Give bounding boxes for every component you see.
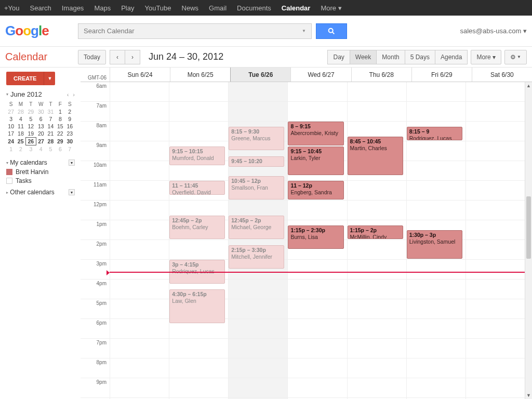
nav-calendar[interactable]: Calendar xyxy=(282,4,311,12)
time-cell[interactable] xyxy=(347,299,406,318)
scrollbar[interactable]: ▲ ▼ xyxy=(525,82,532,399)
my-calendars-header[interactable]: ▾ My calendars▾ xyxy=(6,159,75,166)
time-cell[interactable] xyxy=(287,201,347,220)
time-cell[interactable] xyxy=(406,280,466,299)
event[interactable]: 2:15p – 3:30pMitchell, Jennifer xyxy=(229,245,284,269)
mini-day[interactable]: 21 xyxy=(46,130,55,138)
time-cell[interactable] xyxy=(228,102,287,121)
mini-day[interactable]: 8 xyxy=(56,115,65,123)
mini-day[interactable]: 6 xyxy=(56,145,65,153)
time-cell[interactable] xyxy=(466,240,525,259)
time-cell[interactable] xyxy=(466,260,525,279)
time-cell[interactable] xyxy=(228,280,287,299)
time-cell[interactable] xyxy=(466,358,525,378)
mini-day[interactable]: 23 xyxy=(65,130,74,138)
time-cell[interactable] xyxy=(466,141,525,161)
time-cell[interactable] xyxy=(169,102,228,121)
mini-day[interactable]: 25 xyxy=(16,138,25,145)
day-header[interactable]: Wed 6/27 xyxy=(290,68,351,82)
mini-day[interactable]: 29 xyxy=(56,138,65,145)
event[interactable]: 8 – 9:15Abercrombie, Kristy xyxy=(288,122,343,145)
time-cell[interactable] xyxy=(406,319,466,338)
time-cell[interactable] xyxy=(466,82,525,101)
mini-day[interactable]: 4 xyxy=(16,115,25,123)
view-week[interactable]: Week xyxy=(350,50,377,64)
time-cell[interactable] xyxy=(287,319,347,338)
time-cell[interactable] xyxy=(287,299,347,318)
mini-day[interactable]: 26 xyxy=(25,138,36,145)
mini-day[interactable]: 30 xyxy=(65,138,74,145)
time-cell[interactable] xyxy=(347,280,406,299)
time-cell[interactable] xyxy=(406,260,466,279)
time-cell[interactable] xyxy=(287,102,347,121)
event[interactable]: 1:30p – 3pLivingston, Samuel xyxy=(407,230,462,259)
time-cell[interactable] xyxy=(466,319,525,338)
time-cell[interactable] xyxy=(169,339,228,358)
time-cell[interactable] xyxy=(406,181,466,200)
mini-day[interactable]: 4 xyxy=(36,145,46,153)
mini-day[interactable]: 9 xyxy=(65,115,74,123)
time-cell[interactable] xyxy=(110,299,169,318)
view-5days[interactable]: 5 Days xyxy=(405,50,435,64)
nav-maps[interactable]: Maps xyxy=(94,4,111,12)
time-cell[interactable] xyxy=(287,82,347,101)
time-cell[interactable] xyxy=(466,339,525,358)
time-cell[interactable] xyxy=(228,358,287,378)
time-cell[interactable] xyxy=(110,358,169,378)
more-menu[interactable]: More ▾ xyxy=(471,50,501,64)
event[interactable]: 9:15 – 10:45Larkin, Tyler xyxy=(288,147,343,175)
mini-day[interactable]: 2 xyxy=(65,108,74,115)
time-cell[interactable] xyxy=(110,82,169,101)
event[interactable]: 8:45 – 10:45Martin, Charles xyxy=(348,137,403,175)
nav-images[interactable]: Images xyxy=(62,4,84,12)
gear-icon[interactable]: ⚙▼ xyxy=(504,50,527,64)
view-agenda[interactable]: Agenda xyxy=(435,50,468,64)
mini-day[interactable]: 29 xyxy=(25,108,36,115)
mini-day[interactable]: 3 xyxy=(6,115,16,123)
prev-week-button[interactable]: ‹ xyxy=(110,50,125,64)
time-cell[interactable] xyxy=(466,122,525,141)
nav-gmail[interactable]: Gmail xyxy=(209,4,227,12)
nav-you[interactable]: +You xyxy=(4,4,20,12)
mini-day[interactable]: 16 xyxy=(65,123,74,130)
time-cell[interactable] xyxy=(110,220,169,240)
time-cell[interactable] xyxy=(169,378,228,397)
day-header[interactable]: Mon 6/25 xyxy=(170,68,230,82)
my-calendars-menu-icon[interactable]: ▾ xyxy=(69,159,75,166)
calendar-item[interactable]: Brett Harvin xyxy=(6,168,75,176)
time-cell[interactable] xyxy=(110,378,169,397)
event[interactable]: 12:45p – 2pMichael, George xyxy=(229,216,284,240)
time-cell[interactable] xyxy=(466,102,525,121)
time-cell[interactable] xyxy=(466,299,525,318)
scroll-up-icon[interactable]: ▲ xyxy=(525,82,532,89)
mini-day[interactable]: 19 xyxy=(25,130,36,138)
view-month[interactable]: Month xyxy=(376,50,405,64)
mini-day[interactable]: 28 xyxy=(16,108,25,115)
time-cell[interactable] xyxy=(228,299,287,318)
mini-day[interactable]: 31 xyxy=(46,108,55,115)
day-header[interactable]: Thu 6/28 xyxy=(351,68,411,82)
mini-day[interactable]: 2 xyxy=(16,145,25,153)
mini-day[interactable]: 7 xyxy=(65,145,74,153)
time-cell[interactable] xyxy=(169,358,228,378)
event[interactable]: 4:30p – 6:15pLaw, Glen xyxy=(169,289,225,323)
day-header[interactable]: Tue 6/26 xyxy=(230,68,290,82)
time-cell[interactable] xyxy=(466,220,525,240)
mini-day[interactable]: 30 xyxy=(36,108,46,115)
mini-month-label[interactable]: June 2012 xyxy=(10,90,42,98)
mini-next-button[interactable]: › xyxy=(73,91,75,98)
time-cell[interactable] xyxy=(466,201,525,220)
event[interactable]: 1:15p – 2:30pBurns, Lisa xyxy=(288,225,343,249)
time-cell[interactable] xyxy=(347,260,406,279)
time-cell[interactable] xyxy=(110,102,169,121)
time-cell[interactable] xyxy=(228,319,287,338)
mini-day[interactable]: 6 xyxy=(36,115,46,123)
time-cell[interactable] xyxy=(406,141,466,161)
time-cell[interactable] xyxy=(110,319,169,338)
mini-day[interactable]: 7 xyxy=(46,115,55,123)
day-header[interactable]: Fri 6/29 xyxy=(411,68,472,82)
time-cell[interactable] xyxy=(287,358,347,378)
other-calendars-header[interactable]: ▸ Other calendars▾ xyxy=(6,189,75,196)
scroll-thumb[interactable] xyxy=(526,196,531,259)
time-cell[interactable] xyxy=(347,201,406,220)
